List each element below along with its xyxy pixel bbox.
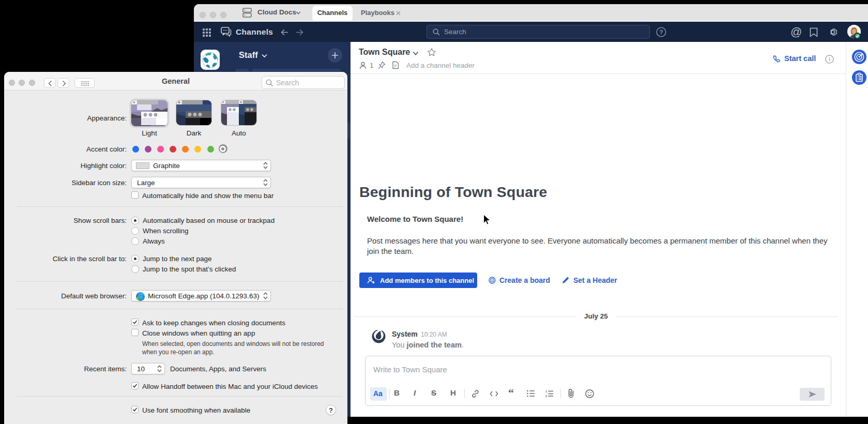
svg-text:1: 1	[545, 390, 547, 393]
svg-text:?: ?	[659, 29, 663, 35]
svg-text:2: 2	[545, 395, 547, 398]
